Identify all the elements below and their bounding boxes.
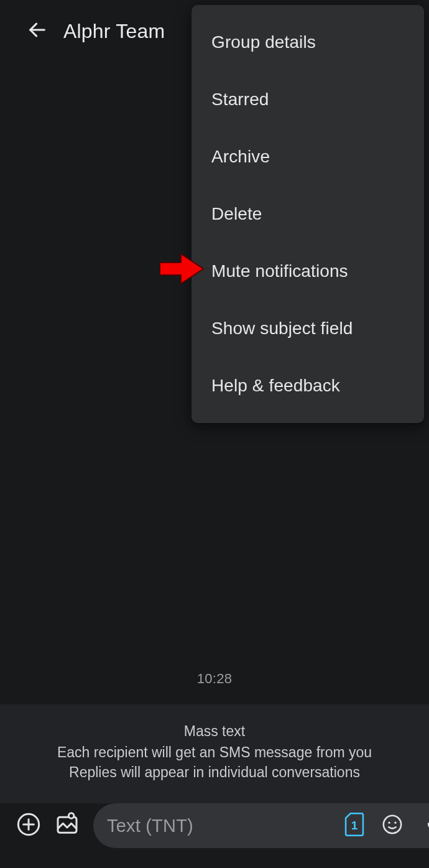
menu-item-label: Delete [211, 204, 262, 224]
banner-line-2: Replies will appear in individual conver… [19, 762, 410, 782]
menu-item-help-feedback[interactable]: Help & feedback [191, 357, 424, 414]
svg-point-9 [394, 821, 396, 823]
voice-input-button[interactable] [419, 810, 429, 841]
menu-item-label: Show subject field [211, 319, 353, 338]
menu-item-delete[interactable]: Delete [191, 185, 424, 243]
conversation-title[interactable]: Alphr Team [63, 20, 165, 43]
message-timestamp: 10:28 [0, 671, 429, 687]
sim-card-icon: 1 [344, 813, 364, 839]
mass-text-banner: Mass text Each recipient will get an SMS… [0, 704, 429, 803]
arrow-left-icon [27, 19, 48, 43]
sim-selector[interactable]: 1 [343, 813, 366, 838]
menu-item-starred[interactable]: Starred [191, 71, 424, 128]
menu-item-label: Group details [211, 32, 316, 52]
svg-point-7 [384, 816, 401, 833]
back-button[interactable] [22, 16, 52, 46]
menu-item-archive[interactable]: Archive [191, 128, 424, 185]
banner-title: Mass text [19, 723, 410, 740]
menu-item-group-details[interactable]: Group details [191, 14, 424, 71]
message-input[interactable] [107, 816, 332, 836]
emoji-button[interactable] [377, 810, 408, 841]
sim-number: 1 [351, 819, 358, 832]
menu-item-label: Help & feedback [211, 376, 340, 396]
overflow-menu: Group details Starred Archive Delete Mut… [191, 5, 424, 423]
menu-item-label: Mute notifications [211, 261, 348, 281]
image-icon [55, 812, 80, 839]
menu-item-mute-notifications[interactable]: Mute notifications [191, 243, 424, 300]
plus-circle-icon [16, 812, 41, 839]
message-input-container: 1 [93, 803, 429, 848]
add-attachment-button[interactable] [16, 810, 41, 841]
menu-item-label: Archive [211, 147, 270, 167]
menu-item-show-subject-field[interactable]: Show subject field [191, 300, 424, 357]
svg-point-8 [388, 821, 390, 823]
message-composer: 1 [0, 797, 429, 868]
menu-item-label: Starred [211, 90, 269, 110]
mic-icon [424, 814, 429, 838]
smile-icon [382, 814, 403, 838]
gallery-button[interactable] [55, 810, 80, 841]
svg-point-6 [68, 813, 74, 819]
banner-line-1: Each recipient will get an SMS message f… [19, 742, 410, 762]
